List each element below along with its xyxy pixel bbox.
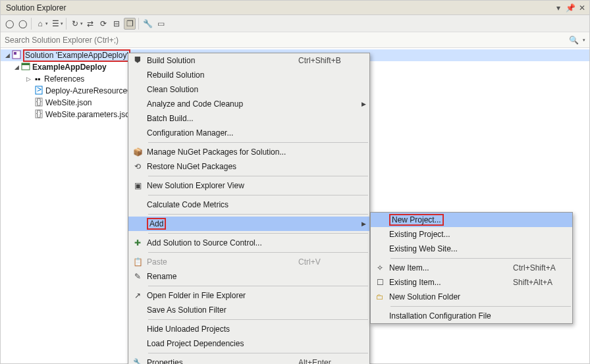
- search-bar[interactable]: 🔍▾: [1, 32, 589, 48]
- menu-clean-solution[interactable]: Clean Solution: [128, 82, 369, 97]
- folder-open-icon: ↗: [128, 291, 147, 300]
- separator: [31, 18, 32, 30]
- menu-separator: [390, 306, 571, 307]
- wrench-icon: 🔧: [128, 358, 147, 364]
- menu-paste: 📋PasteCtrl+V: [128, 255, 369, 269]
- menu-separator: [148, 195, 368, 195]
- menu-separator: [148, 319, 368, 320]
- titlebar: Solution Explorer ▾ 📌 ✕: [1, 1, 589, 15]
- menu-existing-website[interactable]: Existing Web Site...: [371, 242, 572, 256]
- expand-arrow-icon[interactable]: ◢: [3, 52, 11, 59]
- dropdown-icon[interactable]: ▾: [554, 3, 563, 13]
- file-label: WebSite.parameters.json: [45, 110, 134, 119]
- existing-item-icon: ☐: [371, 278, 389, 287]
- close-icon[interactable]: ✕: [577, 3, 587, 13]
- menu-analyze-cleanup[interactable]: Analyze and Code Cleanup▶: [128, 97, 369, 111]
- refresh-icon[interactable]: ⟳: [97, 18, 109, 30]
- menu-build-solution[interactable]: ⛊Build SolutionCtrl+Shift+B: [128, 53, 369, 68]
- rename-icon: ✎: [128, 272, 147, 281]
- menu-source-control[interactable]: ✚Add Solution to Source Control...: [128, 236, 369, 250]
- svg-text:{}: {}: [36, 97, 41, 106]
- solution-context-menu: ⛊Build SolutionCtrl+Shift+B Rebuild Solu…: [128, 53, 370, 364]
- new-item-icon: ✧: [371, 263, 389, 273]
- show-all-icon[interactable]: ❐: [124, 18, 136, 30]
- chevron-down-icon[interactable]: ▾: [80, 21, 83, 26]
- menu-properties[interactable]: 🔧PropertiesAlt+Enter: [128, 355, 369, 364]
- menu-separator: [148, 252, 368, 253]
- menu-separator: [148, 353, 368, 353]
- menu-separator: [148, 176, 368, 176]
- menu-load-deps[interactable]: Load Project Dependencies: [128, 336, 369, 351]
- expand-arrow-icon[interactable]: ◢: [13, 64, 20, 70]
- json-file-icon: {}: [34, 109, 44, 120]
- forward-icon[interactable]: ◯: [16, 18, 28, 30]
- menu-open-folder[interactable]: ↗Open Folder in File Explorer: [128, 288, 369, 303]
- json-file-icon: {}: [34, 97, 44, 109]
- project-label: ExampleAppDeploy: [32, 63, 107, 72]
- svg-rect-3: [22, 63, 30, 65]
- preview-icon[interactable]: ▭: [155, 18, 167, 30]
- source-control-icon: ✚: [128, 238, 147, 247]
- window-icon: ▣: [128, 181, 147, 190]
- menu-save-filter[interactable]: Save As Solution Filter: [128, 303, 369, 317]
- scope-icon[interactable]: ☰: [49, 18, 61, 30]
- chevron-down-icon[interactable]: ▾: [45, 21, 48, 26]
- menu-existing-project[interactable]: Existing Project...: [371, 227, 572, 242]
- back-icon[interactable]: ◯: [3, 18, 15, 30]
- panel-title: Solution Explorer: [3, 3, 554, 13]
- menu-rebuild-solution[interactable]: Rebuild Solution: [128, 68, 369, 82]
- menu-separator: [148, 142, 368, 143]
- menu-batch-build[interactable]: Batch Build...: [128, 111, 369, 126]
- project-icon: [20, 62, 31, 73]
- paste-icon: 📋: [128, 257, 147, 267]
- sync-icon[interactable]: ⇄: [84, 18, 96, 30]
- svg-rect-1: [14, 52, 16, 55]
- folder-icon: 🗀: [371, 292, 389, 301]
- menu-add[interactable]: Add▶: [128, 217, 369, 231]
- file-label: WebSite.json: [45, 98, 92, 107]
- menu-existing-item[interactable]: ☐Existing Item...Shift+Alt+A: [371, 275, 572, 290]
- collapse-icon[interactable]: ⊟: [111, 18, 122, 30]
- menu-restore-nuget[interactable]: ⟲Restore NuGet Packages: [128, 159, 369, 174]
- new-project-label-highlighted: New Project...: [389, 214, 444, 226]
- wrench-icon[interactable]: 🔧: [142, 18, 153, 30]
- menu-new-project[interactable]: New Project...: [371, 213, 572, 227]
- solution-label-highlighted: Solution 'ExampleAppDeploy': [23, 49, 130, 62]
- separator: [138, 18, 139, 30]
- search-input[interactable]: [5, 36, 569, 45]
- toolbar: ◯ ◯ ⌂▾ ☰▾ ↻▾ ⇄ ⟳ ⊟ ❐ 🔧 ▭: [1, 15, 589, 32]
- chevron-right-icon: ▶: [358, 101, 369, 107]
- menu-calc-metrics[interactable]: Calculate Code Metrics: [128, 197, 369, 212]
- add-submenu: New Project... Existing Project... Exist…: [370, 212, 573, 324]
- menu-separator: [148, 233, 368, 234]
- svg-text:{}: {}: [36, 109, 41, 118]
- menu-new-solution-folder[interactable]: 🗀New Solution Folder: [371, 290, 572, 304]
- menu-separator: [148, 286, 368, 286]
- references-icon: ▪▪: [32, 74, 43, 84]
- menu-new-item[interactable]: ✧New Item...Ctrl+Shift+A: [371, 261, 572, 275]
- menu-rename[interactable]: ✎Rename: [128, 269, 369, 284]
- references-label: References: [44, 74, 84, 84]
- chevron-right-icon: ▶: [358, 221, 369, 227]
- titlebar-controls: ▾ 📌 ✕: [554, 3, 587, 13]
- expand-arrow-icon[interactable]: ▷: [24, 76, 32, 82]
- powershell-file-icon: >: [34, 86, 44, 97]
- pin-icon[interactable]: 📌: [566, 3, 575, 13]
- svg-text:>: >: [37, 86, 41, 94]
- menu-separator: [390, 258, 571, 259]
- file-label: Deploy-AzureResourceG: [45, 86, 133, 95]
- menu-new-explorer-view[interactable]: ▣New Solution Explorer View: [128, 178, 369, 193]
- build-icon: ⛊: [128, 56, 147, 65]
- history-icon[interactable]: ↻: [69, 18, 81, 30]
- nuget-icon: 📦: [128, 147, 147, 157]
- chevron-down-icon[interactable]: ▾: [583, 38, 585, 43]
- menu-install-config[interactable]: Installation Configuration File: [371, 309, 572, 323]
- home-icon[interactable]: ⌂: [34, 18, 46, 30]
- chevron-down-icon[interactable]: ▾: [61, 21, 63, 26]
- menu-manage-nuget[interactable]: 📦Manage NuGet Packages for Solution...: [128, 145, 369, 159]
- menu-hide-unloaded[interactable]: Hide Unloaded Projects: [128, 322, 369, 336]
- menu-config-manager[interactable]: Configuration Manager...: [128, 126, 369, 140]
- solution-icon: [11, 50, 22, 61]
- search-icon[interactable]: 🔍: [569, 36, 581, 45]
- add-label-highlighted: Add: [147, 218, 166, 230]
